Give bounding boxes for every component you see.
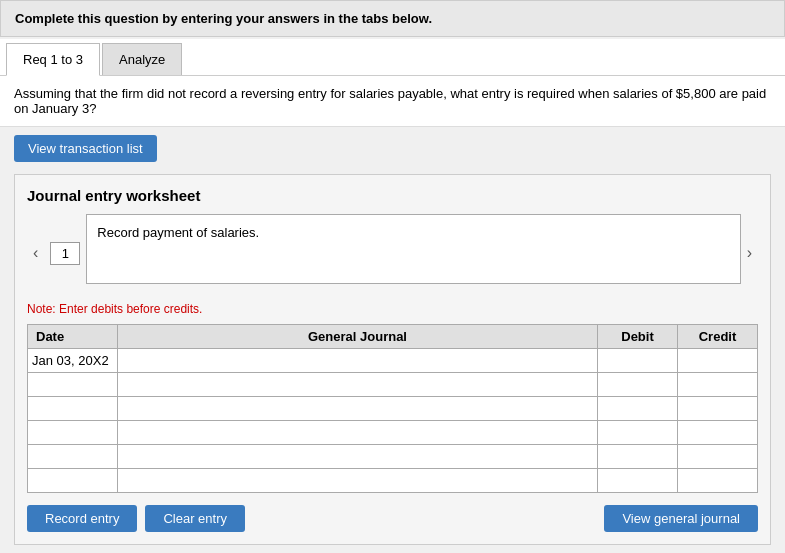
cell-debit[interactable]: [598, 397, 678, 421]
page-number-box: 1: [50, 242, 80, 265]
cell-date[interactable]: [28, 421, 118, 445]
question-text: Assuming that the firm did not record a …: [0, 76, 785, 127]
input-credit[interactable]: [682, 449, 753, 464]
table-row: [28, 373, 758, 397]
input-credit[interactable]: [682, 401, 753, 416]
col-header-date: Date: [28, 325, 118, 349]
worksheet-container: Journal entry worksheet ‹ 1 Record payme…: [14, 174, 771, 545]
cell-date[interactable]: [28, 397, 118, 421]
cell-date[interactable]: [28, 469, 118, 493]
cell-date[interactable]: [28, 349, 118, 373]
note-text: Note: Enter debits before credits.: [27, 302, 758, 316]
cell-credit[interactable]: [678, 349, 758, 373]
input-debit[interactable]: [602, 473, 673, 488]
input-date[interactable]: [32, 425, 113, 440]
record-entry-button[interactable]: Record entry: [27, 505, 137, 532]
input-journal[interactable]: [122, 473, 593, 488]
input-debit[interactable]: [602, 401, 673, 416]
journal-table: Date General Journal Debit Credit: [27, 324, 758, 493]
input-debit[interactable]: [602, 425, 673, 440]
view-transaction-button[interactable]: View transaction list: [14, 135, 157, 162]
table-row: [28, 397, 758, 421]
input-journal[interactable]: [122, 377, 593, 392]
cell-credit[interactable]: [678, 445, 758, 469]
col-header-debit: Debit: [598, 325, 678, 349]
cell-journal[interactable]: [118, 469, 598, 493]
cell-debit[interactable]: [598, 421, 678, 445]
worksheet-title: Journal entry worksheet: [27, 187, 758, 204]
input-journal[interactable]: [122, 425, 593, 440]
input-date[interactable]: [32, 449, 113, 464]
input-debit[interactable]: [602, 353, 673, 368]
input-journal[interactable]: [122, 401, 593, 416]
view-general-journal-button[interactable]: View general journal: [604, 505, 758, 532]
clear-entry-button[interactable]: Clear entry: [145, 505, 245, 532]
cell-journal[interactable]: [118, 373, 598, 397]
input-credit[interactable]: [682, 353, 753, 368]
top-instruction: Complete this question by entering your …: [0, 0, 785, 37]
col-header-credit: Credit: [678, 325, 758, 349]
input-credit[interactable]: [682, 473, 753, 488]
cell-debit[interactable]: [598, 445, 678, 469]
cell-journal[interactable]: [118, 421, 598, 445]
cell-debit[interactable]: [598, 349, 678, 373]
tabs-bar: Req 1 to 3 Analyze: [0, 39, 785, 76]
cell-date[interactable]: [28, 445, 118, 469]
next-arrow[interactable]: ›: [741, 242, 758, 264]
input-date[interactable]: [32, 401, 113, 416]
cell-credit[interactable]: [678, 397, 758, 421]
input-journal[interactable]: [122, 353, 593, 368]
input-debit[interactable]: [602, 449, 673, 464]
col-header-journal: General Journal: [118, 325, 598, 349]
cell-journal[interactable]: [118, 349, 598, 373]
input-debit[interactable]: [602, 377, 673, 392]
input-journal[interactable]: [122, 449, 593, 464]
input-credit[interactable]: [682, 377, 753, 392]
table-row: [28, 445, 758, 469]
worksheet-nav-row: ‹ 1 Record payment of salaries. ›: [27, 214, 758, 292]
cell-credit[interactable]: [678, 469, 758, 493]
table-row: [28, 349, 758, 373]
table-row: [28, 421, 758, 445]
description-box: Record payment of salaries.: [86, 214, 740, 284]
cell-journal[interactable]: [118, 397, 598, 421]
button-row: Record entry Clear entry View general jo…: [27, 505, 758, 532]
prev-arrow[interactable]: ‹: [27, 242, 44, 264]
cell-credit[interactable]: [678, 373, 758, 397]
cell-journal[interactable]: [118, 445, 598, 469]
tab-req1to3[interactable]: Req 1 to 3: [6, 43, 100, 76]
input-date[interactable]: [32, 473, 113, 488]
input-date[interactable]: [32, 353, 113, 368]
input-date[interactable]: [32, 377, 113, 392]
tab-analyze[interactable]: Analyze: [102, 43, 182, 75]
input-credit[interactable]: [682, 425, 753, 440]
table-row: [28, 469, 758, 493]
cell-date[interactable]: [28, 373, 118, 397]
cell-debit[interactable]: [598, 373, 678, 397]
cell-debit[interactable]: [598, 469, 678, 493]
cell-credit[interactable]: [678, 421, 758, 445]
